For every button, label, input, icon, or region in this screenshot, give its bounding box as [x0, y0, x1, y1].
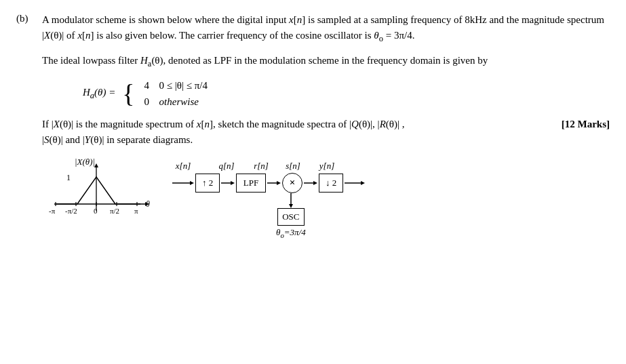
formula-line: Ha(θ) = { 4 0 ≤ |θ| ≤ π/4 0 otherwise	[83, 77, 610, 110]
svg-text:-π: -π	[49, 207, 56, 215]
case-condition-1: 0 ≤ |θ| ≤ π/4	[159, 77, 208, 94]
svg-text:π/2: π/2	[110, 207, 119, 215]
case-row-1: 4 0 ≤ |θ| ≤ π/4	[144, 77, 208, 94]
svg-text:π: π	[134, 207, 138, 215]
signal-label-yn: y[n]	[315, 161, 339, 171]
lpf-text: The ideal lowpass filter Ha(θ), denoted …	[42, 55, 488, 66]
marks-label: [12 Marks]	[548, 117, 610, 132]
case-value-2: 0	[144, 94, 154, 110]
case-value-1: 4	[144, 77, 154, 94]
svg-marker-26	[361, 181, 365, 185]
sketch-question-text: If |X(θ)| is the magnitude spectrum of x…	[42, 117, 548, 148]
osc-freq-label: θo=3π/4	[276, 227, 306, 239]
ha-label: Ha(θ) =	[83, 87, 115, 101]
svg-text:|X(θ)|: |X(θ)|	[75, 158, 95, 167]
arrow-to-down	[302, 174, 319, 193]
signal-label-xn: x[n]	[171, 161, 195, 171]
svg-marker-24	[313, 181, 317, 185]
block-diagram: x[n] q[n] r[n] s[n] y[n]	[171, 161, 610, 239]
intro-text: A modulator scheme is shown below where …	[42, 14, 604, 41]
output-arrow	[343, 174, 365, 193]
part-label: (b)	[16, 12, 42, 24]
osc-freq-text: θo=3π/4	[276, 227, 306, 237]
svg-marker-18	[190, 181, 194, 185]
upsample-block: ↑ 2	[195, 174, 220, 193]
svg-text:-π/2: -π/2	[65, 207, 77, 215]
osc-label: OSC	[282, 211, 299, 222]
svg-text:θ: θ	[146, 199, 150, 209]
svg-text:1: 1	[66, 173, 71, 182]
content-block: A modulator scheme is shown below where …	[42, 12, 610, 239]
multiply-symbol: ×	[290, 177, 296, 188]
downsample-block: ↓ 2	[319, 174, 343, 193]
spectrum-svg: |X(θ)| 1 -π -π/2	[42, 158, 151, 232]
signal-label-qn: q[n]	[214, 161, 239, 171]
intro-paragraph: A modulator scheme is shown below where …	[42, 12, 610, 46]
lpf-block: LPF	[236, 174, 266, 193]
lpf-label: LPF	[243, 178, 258, 188]
sketch-question: If |X(θ)| is the magnitude spectrum of x…	[42, 117, 610, 148]
brace-cases: 4 0 ≤ |θ| ≤ π/4 0 otherwise	[144, 77, 208, 110]
arrow-to-mult	[266, 174, 282, 193]
downsample-label: ↓ 2	[326, 178, 336, 188]
input-arrow	[171, 174, 195, 193]
case-condition-2: otherwise	[159, 94, 199, 110]
osc-connector-arrow	[281, 193, 301, 208]
signal-label-sn: s[n]	[281, 161, 305, 171]
upsample-label: ↑ 2	[202, 178, 213, 188]
main-content: (b) A modulator scheme is shown below wh…	[16, 12, 610, 239]
diagram-area: |X(θ)| 1 -π -π/2	[42, 158, 610, 239]
lpf-paragraph: The ideal lowpass filter Ha(θ), denoted …	[42, 53, 610, 70]
svg-marker-20	[231, 181, 235, 185]
osc-block: OSC	[277, 208, 305, 226]
case-row-2: 0 otherwise	[144, 94, 208, 110]
spectrum-plot: |X(θ)| 1 -π -π/2	[42, 158, 151, 232]
svg-marker-22	[277, 181, 281, 185]
arrow-to-lpf	[220, 174, 236, 193]
svg-text:0: 0	[94, 207, 98, 215]
big-brace: {	[122, 81, 134, 106]
signal-label-rn: r[n]	[248, 161, 274, 171]
multiplier-block: ×	[282, 173, 302, 193]
